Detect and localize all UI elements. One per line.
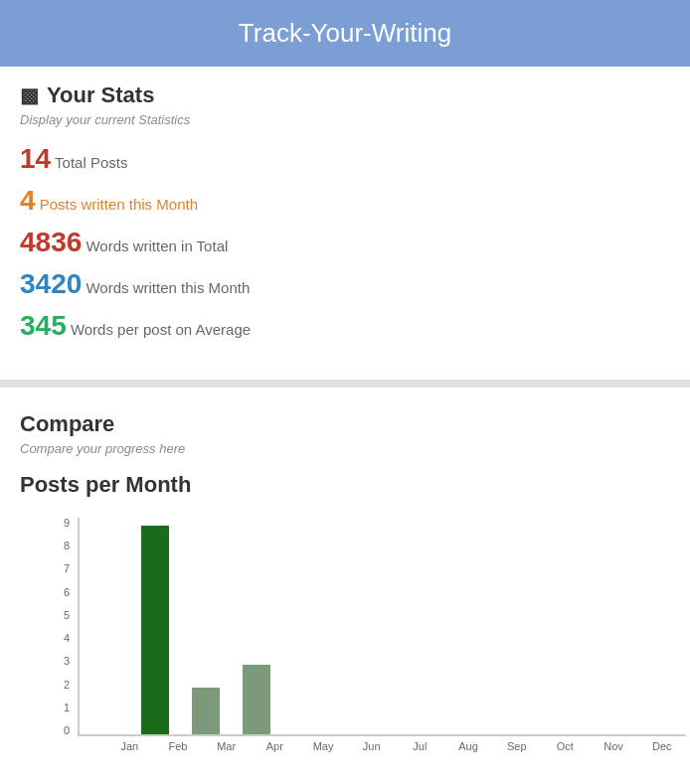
chart-container: 0 1 2 3 4 5 6 7 8 9 JanFebMarAprMayJunJu… bbox=[50, 518, 686, 776]
month-posts-label: Posts written this Month bbox=[40, 196, 198, 213]
bar-group-jun bbox=[332, 518, 383, 734]
x-label-jun: Jun bbox=[347, 740, 396, 752]
page-title: Track-Your-Writing bbox=[239, 18, 451, 48]
bar-group-mar bbox=[181, 518, 232, 734]
bar-chart-icon: ▩ bbox=[20, 83, 39, 107]
stats-section-title: ▩ Your Stats bbox=[20, 82, 670, 108]
avg-words-number: 345 bbox=[20, 310, 67, 341]
total-posts-number: 14 bbox=[20, 143, 51, 174]
page-header: Track-Your-Writing bbox=[0, 0, 690, 67]
bar-group-may bbox=[281, 518, 332, 734]
y-label-7: 7 bbox=[50, 563, 70, 574]
compare-section-title: Compare bbox=[20, 411, 670, 437]
bar-group-oct bbox=[534, 518, 585, 734]
x-label-oct: Oct bbox=[541, 740, 590, 752]
y-label-4: 4 bbox=[50, 633, 70, 644]
bar-group-apr bbox=[231, 518, 281, 734]
avg-words-label: Words per post on Average bbox=[71, 321, 251, 338]
total-words-label: Words written in Total bbox=[86, 237, 228, 254]
bar-group-jul bbox=[383, 518, 433, 734]
y-label-6: 6 bbox=[50, 587, 70, 598]
bar-group-aug bbox=[433, 518, 484, 734]
bar-group-nov bbox=[585, 518, 635, 734]
stats-section: ▩ Your Stats Display your current Statis… bbox=[0, 67, 690, 372]
y-label-1: 1 bbox=[50, 703, 70, 713]
y-label-2: 2 bbox=[50, 680, 70, 691]
x-label-mar: Mar bbox=[202, 740, 251, 752]
y-label-0: 0 bbox=[50, 725, 70, 736]
x-label-apr: Apr bbox=[251, 740, 299, 752]
section-divider bbox=[0, 380, 690, 388]
y-label-9: 9 bbox=[50, 518, 70, 529]
x-label-nov: Nov bbox=[590, 740, 638, 752]
total-posts-stat: 14 Total Posts bbox=[20, 143, 670, 175]
x-label-may: May bbox=[299, 740, 348, 752]
x-label-jul: Jul bbox=[396, 740, 444, 752]
total-words-number: 4836 bbox=[20, 227, 82, 257]
compare-section: Compare Compare your progress here Posts… bbox=[0, 395, 690, 784]
bar-feb bbox=[141, 526, 169, 734]
month-words-number: 3420 bbox=[20, 268, 82, 299]
month-words-stat: 3420 Words written this Month bbox=[20, 268, 670, 300]
bar-group-sep bbox=[484, 518, 535, 734]
x-label-aug: Aug bbox=[444, 740, 493, 752]
x-labels: JanFebMarAprMayJunJulAugSepOctNovDec bbox=[105, 740, 686, 752]
y-label-5: 5 bbox=[50, 610, 70, 621]
chart-title: Posts per Month bbox=[20, 472, 670, 498]
month-words-label: Words written this Month bbox=[86, 279, 250, 296]
stats-subtitle: Display your current Statistics bbox=[20, 112, 670, 127]
total-posts-label: Total Posts bbox=[55, 154, 127, 171]
bar-group-feb bbox=[130, 518, 181, 734]
month-posts-stat: 4 Posts written this Month bbox=[20, 185, 670, 217]
compare-subtitle: Compare your progress here bbox=[20, 441, 670, 456]
month-posts-number: 4 bbox=[20, 185, 36, 216]
x-label-jan: Jan bbox=[105, 740, 154, 752]
total-words-stat: 4836 Words written in Total bbox=[20, 227, 670, 258]
y-axis: 0 1 2 3 4 5 6 7 8 9 bbox=[50, 518, 70, 736]
avg-words-stat: 345 Words per post on Average bbox=[20, 310, 670, 342]
bar-mar bbox=[192, 688, 220, 734]
x-label-dec: Dec bbox=[637, 740, 686, 752]
bars-wrapper bbox=[78, 518, 686, 736]
bar-group-jan bbox=[80, 518, 130, 734]
bar-apr bbox=[243, 665, 270, 734]
y-label-8: 8 bbox=[50, 541, 70, 551]
y-label-3: 3 bbox=[50, 656, 70, 667]
bar-group-dec bbox=[635, 518, 686, 734]
x-label-feb: Feb bbox=[154, 740, 203, 752]
x-label-sep: Sep bbox=[492, 740, 541, 752]
